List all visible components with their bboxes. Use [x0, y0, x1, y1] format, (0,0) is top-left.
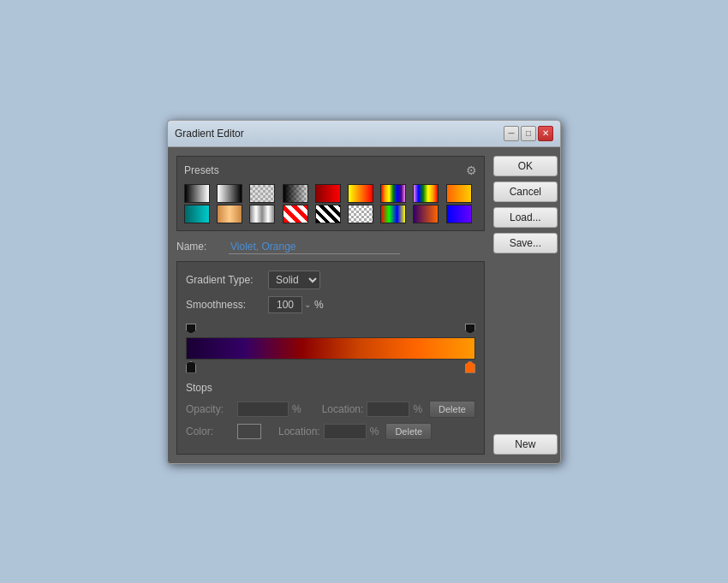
preset-swatch[interactable] — [446, 205, 472, 223]
gradient-bar[interactable] — [186, 337, 475, 360]
preset-swatch[interactable] — [380, 184, 406, 203]
preset-swatch[interactable] — [249, 205, 275, 223]
color-label: Color: — [186, 425, 237, 437]
smoothness-row: Smoothness: ⌄ % — [186, 296, 475, 313]
presets-label: Presets — [184, 164, 219, 176]
preset-swatch[interactable] — [184, 205, 210, 223]
name-label: Name: — [176, 241, 224, 253]
presets-section: Presets ⚙ — [176, 156, 485, 231]
opacity-unit: % — [292, 403, 301, 415]
gradient-editor-dialog: Gradient Editor ─ □ ✕ Presets ⚙ — [167, 120, 561, 464]
top-opacity-stops — [186, 324, 475, 336]
gear-icon[interactable]: ⚙ — [466, 164, 477, 177]
delete-opacity-button[interactable]: Delete — [429, 401, 475, 418]
preset-swatch[interactable] — [315, 205, 341, 223]
color-stop-row: Color: Location: % Delete — [186, 423, 475, 440]
smoothness-unit: % — [314, 299, 324, 311]
ok-button[interactable]: OK — [493, 156, 558, 176]
color-location-input[interactable] — [324, 424, 367, 439]
color-location-label: Location: — [278, 425, 320, 437]
opacity-stop-row: Opacity: % Location: % Delete — [186, 401, 475, 418]
gradient-type-label: Gradient Type: — [186, 274, 263, 286]
opacity-stop-left[interactable] — [186, 324, 196, 334]
preset-swatch[interactable] — [315, 184, 341, 203]
opacity-location-label: Location: — [322, 403, 364, 415]
smoothness-input[interactable] — [268, 296, 302, 313]
opacity-location-input[interactable] — [367, 402, 409, 417]
title-bar-buttons: ─ □ ✕ — [504, 126, 553, 141]
preset-swatch[interactable] — [380, 205, 406, 223]
close-button[interactable]: ✕ — [538, 126, 553, 141]
color-stop-right[interactable] — [465, 361, 475, 373]
preset-swatch[interactable] — [348, 184, 373, 203]
gradient-bar-container — [186, 324, 475, 375]
preset-swatch[interactable] — [249, 184, 275, 203]
smoothness-chevron-icon[interactable]: ⌄ — [304, 300, 311, 309]
right-panel: OK Cancel Load... Save... New — [493, 156, 558, 455]
gradient-type-select[interactable]: Solid Noise — [268, 271, 320, 289]
color-location-unit: % — [370, 425, 379, 437]
minimize-button[interactable]: ─ — [504, 126, 519, 141]
dialog-title: Gradient Editor — [175, 128, 244, 140]
color-stop-left[interactable] — [186, 361, 196, 373]
preset-swatch[interactable] — [184, 184, 210, 203]
delete-color-button[interactable]: Delete — [385, 423, 432, 440]
bottom-color-stops — [186, 361, 475, 375]
stops-section: Stops Opacity: % Location: % Delete — [186, 382, 475, 440]
smoothness-label: Smoothness: — [186, 299, 263, 311]
opacity-input-group: % — [237, 402, 305, 417]
load-button[interactable]: Load... — [493, 207, 558, 228]
presets-header: Presets ⚙ — [184, 164, 477, 177]
new-button[interactable]: New — [493, 434, 558, 455]
color-stop-swatch[interactable] — [237, 424, 261, 439]
dialog-body: Presets ⚙ — [168, 147, 560, 463]
opacity-label: Opacity: — [186, 403, 237, 415]
preset-swatch[interactable] — [283, 205, 308, 223]
opacity-input[interactable] — [237, 402, 289, 417]
gradient-type-section: Gradient Type: Solid Noise Smoothness: ⌄… — [176, 261, 485, 455]
name-input[interactable] — [229, 240, 400, 254]
title-bar: Gradient Editor ─ □ ✕ — [168, 121, 560, 147]
name-row: Name: — [176, 240, 485, 254]
stops-label: Stops — [186, 382, 475, 394]
left-panel: Presets ⚙ — [176, 156, 485, 455]
preset-swatch[interactable] — [413, 205, 439, 223]
preset-swatch[interactable] — [348, 205, 373, 223]
opacity-stop-right[interactable] — [465, 324, 475, 334]
gradient-type-row: Gradient Type: Solid Noise — [186, 271, 475, 289]
preset-swatch[interactable] — [413, 184, 439, 203]
preset-swatch[interactable] — [217, 205, 242, 223]
maximize-button[interactable]: □ — [521, 126, 536, 141]
cancel-button[interactable]: Cancel — [493, 181, 558, 202]
preset-swatch[interactable] — [283, 184, 308, 203]
save-button[interactable]: Save... — [493, 233, 558, 253]
preset-swatch[interactable] — [446, 184, 472, 203]
opacity-location-unit: % — [413, 403, 422, 415]
preset-swatch[interactable] — [217, 184, 242, 203]
presets-grid — [184, 184, 477, 223]
